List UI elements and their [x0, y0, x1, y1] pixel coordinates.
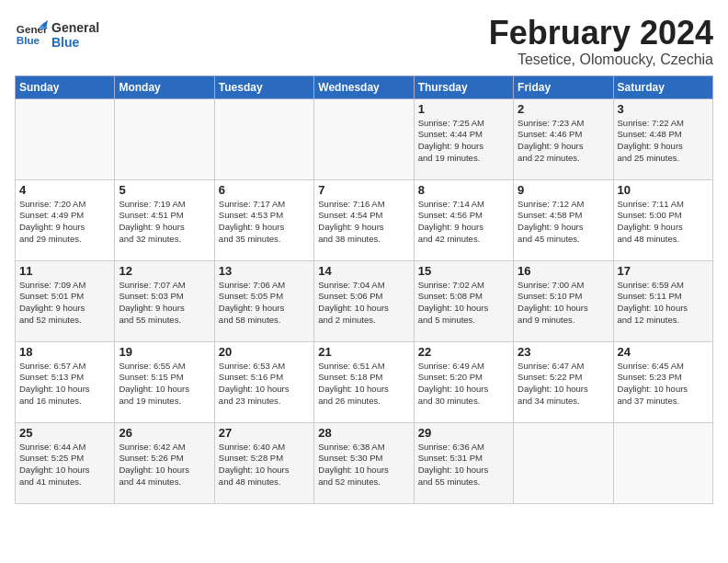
logo-general: General [51, 20, 99, 35]
header-sunday: Sunday [16, 75, 115, 98]
week-row: 4Sunrise: 7:20 AM Sunset: 4:49 PM Daylig… [16, 179, 713, 260]
calendar-cell: 21Sunrise: 6:51 AM Sunset: 5:18 PM Dayli… [314, 341, 414, 422]
calendar-cell [613, 422, 712, 503]
day-number: 10 [618, 183, 709, 197]
calendar-cell: 12Sunrise: 7:07 AM Sunset: 5:03 PM Dayli… [115, 260, 214, 341]
day-info: Sunrise: 7:06 AM Sunset: 5:05 PM Dayligh… [219, 280, 310, 327]
day-number: 26 [119, 426, 210, 440]
calendar-cell: 9Sunrise: 7:12 AM Sunset: 4:58 PM Daylig… [514, 179, 613, 260]
day-number: 14 [318, 264, 409, 278]
calendar-cell: 1Sunrise: 7:25 AM Sunset: 4:44 PM Daylig… [414, 98, 513, 179]
day-info: Sunrise: 6:57 AM Sunset: 5:13 PM Dayligh… [19, 361, 110, 408]
calendar-cell: 19Sunrise: 6:55 AM Sunset: 5:15 PM Dayli… [115, 341, 214, 422]
day-info: Sunrise: 6:45 AM Sunset: 5:23 PM Dayligh… [618, 361, 709, 408]
calendar-cell: 20Sunrise: 6:53 AM Sunset: 5:16 PM Dayli… [214, 341, 313, 422]
calendar-cell: 17Sunrise: 6:59 AM Sunset: 5:11 PM Dayli… [613, 260, 712, 341]
title-block: February 2024 Tesetice, Olomoucky, Czech… [489, 15, 713, 68]
day-number: 17 [618, 264, 709, 278]
day-number: 20 [219, 345, 310, 359]
day-info: Sunrise: 6:36 AM Sunset: 5:31 PM Dayligh… [418, 442, 509, 488]
calendar-cell: 15Sunrise: 7:02 AM Sunset: 5:08 PM Dayli… [414, 260, 513, 341]
day-info: Sunrise: 7:17 AM Sunset: 4:53 PM Dayligh… [219, 199, 310, 246]
day-number: 9 [518, 183, 609, 197]
day-info: Sunrise: 7:23 AM Sunset: 4:46 PM Dayligh… [518, 118, 609, 165]
day-info: Sunrise: 7:12 AM Sunset: 4:58 PM Dayligh… [518, 199, 609, 246]
calendar-cell: 10Sunrise: 7:11 AM Sunset: 5:00 PM Dayli… [613, 179, 712, 260]
week-row: 18Sunrise: 6:57 AM Sunset: 5:13 PM Dayli… [16, 341, 713, 422]
calendar-cell [115, 98, 214, 179]
day-info: Sunrise: 7:07 AM Sunset: 5:03 PM Dayligh… [119, 280, 210, 327]
day-info: Sunrise: 6:53 AM Sunset: 5:16 PM Dayligh… [219, 361, 310, 408]
day-info: Sunrise: 7:11 AM Sunset: 5:00 PM Dayligh… [618, 199, 709, 246]
day-info: Sunrise: 7:04 AM Sunset: 5:06 PM Dayligh… [318, 280, 409, 327]
day-info: Sunrise: 7:14 AM Sunset: 4:56 PM Dayligh… [418, 199, 509, 246]
page-header: General Blue General Blue February 2024 … [15, 15, 713, 68]
calendar-cell: 6Sunrise: 7:17 AM Sunset: 4:53 PM Daylig… [214, 179, 313, 260]
header-tuesday: Tuesday [214, 75, 313, 98]
week-row: 25Sunrise: 6:44 AM Sunset: 5:25 PM Dayli… [16, 422, 713, 503]
calendar-cell: 5Sunrise: 7:19 AM Sunset: 4:51 PM Daylig… [115, 179, 214, 260]
calendar-cell: 3Sunrise: 7:22 AM Sunset: 4:48 PM Daylig… [613, 98, 712, 179]
calendar-cell [314, 98, 414, 179]
day-number: 18 [19, 345, 110, 359]
calendar-cell: 7Sunrise: 7:16 AM Sunset: 4:54 PM Daylig… [314, 179, 414, 260]
day-number: 3 [618, 102, 709, 116]
day-number: 19 [119, 345, 210, 359]
day-info: Sunrise: 6:40 AM Sunset: 5:28 PM Dayligh… [219, 442, 310, 488]
calendar-cell: 22Sunrise: 6:49 AM Sunset: 5:20 PM Dayli… [414, 341, 513, 422]
month-title: February 2024 [489, 15, 713, 52]
day-number: 12 [119, 264, 210, 278]
day-number: 6 [219, 183, 310, 197]
day-info: Sunrise: 7:09 AM Sunset: 5:01 PM Dayligh… [19, 280, 110, 327]
calendar-cell [514, 422, 613, 503]
header-saturday: Saturday [613, 75, 712, 98]
day-info: Sunrise: 7:16 AM Sunset: 4:54 PM Dayligh… [318, 199, 409, 246]
header-thursday: Thursday [414, 75, 513, 98]
week-row: 1Sunrise: 7:25 AM Sunset: 4:44 PM Daylig… [16, 98, 713, 179]
calendar-table: SundayMondayTuesdayWednesdayThursdayFrid… [15, 75, 713, 504]
day-number: 8 [418, 183, 509, 197]
calendar-cell: 4Sunrise: 7:20 AM Sunset: 4:49 PM Daylig… [16, 179, 115, 260]
day-number: 2 [518, 102, 609, 116]
day-info: Sunrise: 7:20 AM Sunset: 4:49 PM Dayligh… [19, 199, 110, 246]
calendar-cell: 16Sunrise: 7:00 AM Sunset: 5:10 PM Dayli… [514, 260, 613, 341]
day-number: 13 [219, 264, 310, 278]
calendar-cell: 24Sunrise: 6:45 AM Sunset: 5:23 PM Dayli… [613, 341, 712, 422]
day-info: Sunrise: 6:51 AM Sunset: 5:18 PM Dayligh… [318, 361, 409, 408]
calendar-cell: 28Sunrise: 6:38 AM Sunset: 5:30 PM Dayli… [314, 422, 414, 503]
day-number: 15 [418, 264, 509, 278]
header-monday: Monday [115, 75, 214, 98]
header-row: SundayMondayTuesdayWednesdayThursdayFrid… [16, 75, 713, 98]
day-number: 21 [318, 345, 409, 359]
day-number: 1 [418, 102, 509, 116]
day-number: 5 [119, 183, 210, 197]
svg-text:Blue: Blue [17, 34, 40, 46]
day-number: 25 [19, 426, 110, 440]
day-info: Sunrise: 7:00 AM Sunset: 5:10 PM Dayligh… [518, 280, 609, 327]
calendar-cell: 23Sunrise: 6:47 AM Sunset: 5:22 PM Dayli… [514, 341, 613, 422]
day-number: 4 [19, 183, 110, 197]
day-info: Sunrise: 6:44 AM Sunset: 5:25 PM Dayligh… [19, 442, 110, 488]
day-info: Sunrise: 7:19 AM Sunset: 4:51 PM Dayligh… [119, 199, 210, 246]
day-info: Sunrise: 6:59 AM Sunset: 5:11 PM Dayligh… [618, 280, 709, 327]
calendar-cell: 2Sunrise: 7:23 AM Sunset: 4:46 PM Daylig… [514, 98, 613, 179]
calendar-cell [16, 98, 115, 179]
calendar-cell: 29Sunrise: 6:36 AM Sunset: 5:31 PM Dayli… [414, 422, 513, 503]
calendar-cell: 26Sunrise: 6:42 AM Sunset: 5:26 PM Dayli… [115, 422, 214, 503]
day-info: Sunrise: 7:22 AM Sunset: 4:48 PM Dayligh… [618, 118, 709, 165]
logo-blue: Blue [51, 35, 99, 50]
calendar-cell: 25Sunrise: 6:44 AM Sunset: 5:25 PM Dayli… [16, 422, 115, 503]
header-wednesday: Wednesday [314, 75, 414, 98]
day-number: 16 [518, 264, 609, 278]
calendar-cell: 14Sunrise: 7:04 AM Sunset: 5:06 PM Dayli… [314, 260, 414, 341]
calendar-cell: 8Sunrise: 7:14 AM Sunset: 4:56 PM Daylig… [414, 179, 513, 260]
calendar-cell: 27Sunrise: 6:40 AM Sunset: 5:28 PM Dayli… [214, 422, 313, 503]
calendar-cell: 18Sunrise: 6:57 AM Sunset: 5:13 PM Dayli… [16, 341, 115, 422]
calendar-cell: 11Sunrise: 7:09 AM Sunset: 5:01 PM Dayli… [16, 260, 115, 341]
day-info: Sunrise: 6:47 AM Sunset: 5:22 PM Dayligh… [518, 361, 609, 408]
header-friday: Friday [514, 75, 613, 98]
day-info: Sunrise: 6:42 AM Sunset: 5:26 PM Dayligh… [119, 442, 210, 488]
calendar-cell [214, 98, 313, 179]
day-info: Sunrise: 7:02 AM Sunset: 5:08 PM Dayligh… [418, 280, 509, 327]
day-number: 11 [19, 264, 110, 278]
